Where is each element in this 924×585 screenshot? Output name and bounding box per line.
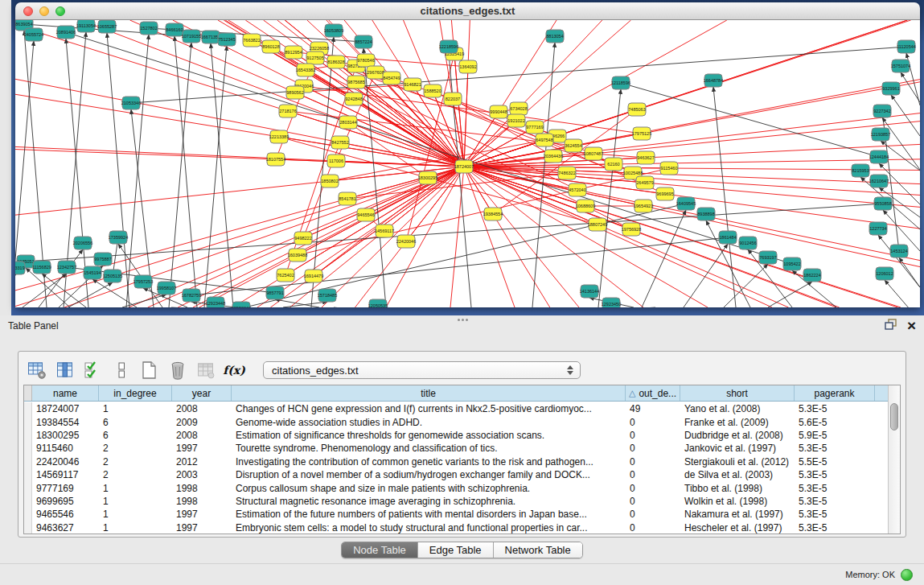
row-selector-cell[interactable] — [24, 521, 32, 534]
tab-network-table[interactable]: Network Table — [494, 542, 582, 558]
table-row[interactable]: 946362711997Embryonic stem cells: a mode… — [24, 521, 888, 534]
column-header-year[interactable]: year — [172, 385, 232, 401]
select-all-button[interactable] — [83, 360, 104, 381]
float-window-icon[interactable] — [885, 319, 897, 333]
node-table: namein_degreeyeartitle△out_de...shortpag… — [23, 385, 901, 534]
graph-edge[interactable] — [891, 95, 920, 136]
network-canvas[interactable]: 1872400776638228960128891295423226058912… — [15, 20, 920, 307]
tab-edge-table[interactable]: Edge Table — [418, 542, 494, 558]
graph-edge[interactable] — [464, 112, 499, 167]
graph-edge[interactable] — [449, 53, 471, 307]
graph-edge[interactable] — [348, 122, 464, 167]
graph-edge[interactable] — [885, 280, 920, 307]
graph-edge[interactable] — [684, 244, 728, 307]
graph-node-label: 1545194 — [84, 270, 101, 275]
column-header-name[interactable]: name — [32, 385, 99, 401]
row-selector-cell[interactable] — [24, 429, 32, 442]
graph-edge[interactable] — [283, 302, 327, 307]
rows-button[interactable] — [111, 360, 132, 381]
graph-edge[interactable] — [464, 67, 468, 167]
graph-edge[interactable] — [304, 86, 464, 167]
zoom-window-button[interactable] — [55, 6, 65, 16]
column-header-short[interactable]: short — [680, 385, 795, 401]
row-selector-cell[interactable] — [24, 455, 32, 468]
delete-table-button[interactable] — [167, 360, 188, 381]
column-header-in_degree[interactable]: in_degree — [99, 385, 172, 401]
graph-edge[interactable] — [901, 72, 920, 102]
graph-edge[interactable] — [204, 46, 227, 307]
column-header-title[interactable]: title — [232, 385, 626, 401]
window-controls — [23, 6, 65, 16]
cell-out_degree: 0 — [626, 417, 680, 428]
graph-edge[interactable] — [211, 43, 233, 307]
graph-edge[interactable] — [15, 274, 16, 307]
table-row[interactable]: 2242004622012Investigating the contribut… — [24, 455, 888, 468]
graph-edge[interactable] — [464, 121, 516, 167]
graph-node-label: 12342757 — [57, 265, 76, 270]
table-row[interactable]: 1830029562008Estimation of significance … — [24, 429, 888, 442]
close-window-button[interactable] — [23, 6, 33, 16]
create-table-button[interactable] — [139, 360, 160, 381]
row-selector-cell[interactable] — [24, 468, 32, 481]
cell-short: Nakamura et al. (1997) — [680, 509, 795, 520]
panel-resize-handle[interactable] — [457, 317, 468, 323]
column-header-out_degree[interactable]: △out_de... — [626, 385, 680, 401]
tab-node-table[interactable]: Node Table — [342, 542, 418, 558]
table-row[interactable]: 911546021997Tourette syndrome. Phenomeno… — [24, 442, 888, 455]
graph-edge[interactable] — [899, 257, 920, 287]
table-row[interactable]: 946554611997Estimation of the future num… — [24, 508, 888, 521]
graph-edge[interactable] — [882, 117, 920, 170]
memory-status-indicator[interactable] — [901, 569, 913, 581]
column-header-rowselect[interactable] — [24, 385, 32, 401]
table-row[interactable]: 969969511998Structural magnetic resonanc… — [24, 495, 888, 508]
cell-year: 1997 — [172, 522, 232, 534]
graph-edge[interactable] — [68, 282, 113, 307]
table-row[interactable]: 1456911722003Disruption of a novel membe… — [24, 468, 888, 481]
import-table-button[interactable] — [195, 360, 216, 381]
graph-edge[interactable] — [169, 43, 191, 307]
scrollbar-thumb[interactable] — [890, 403, 898, 431]
row-selector-cell[interactable] — [24, 415, 32, 428]
row-selector-cell[interactable] — [24, 481, 32, 494]
graph-node-label: 19756928 — [622, 227, 641, 232]
cell-title: Changes of HCN gene expression and I(f) … — [232, 403, 626, 414]
graph-edge[interactable] — [257, 167, 464, 307]
graph-edge[interactable] — [26, 204, 883, 262]
graph-edge[interactable] — [126, 35, 149, 307]
table-selector[interactable]: citations_edges.txt — [263, 361, 581, 379]
graph-edge[interactable] — [131, 47, 906, 103]
graph-edge[interactable] — [347, 173, 567, 199]
table-row[interactable]: 1872400712008Changes of HCN gene express… — [24, 402, 888, 415]
table-row[interactable]: 1938455462009Genome-wide association stu… — [24, 415, 888, 428]
edit-columns-button[interactable] — [55, 360, 76, 381]
graph-edge[interactable] — [107, 33, 129, 307]
cell-name: 22420046 — [32, 456, 99, 468]
graph-node-label: 8938898 — [697, 212, 714, 216]
graph-node-label: 2967608 — [367, 70, 384, 75]
graph-edge[interactable] — [621, 83, 879, 157]
network-canvas-svg[interactable]: 1872400776638228960128891295423226058912… — [15, 20, 920, 307]
graph-edge[interactable] — [175, 36, 197, 307]
graph-edge[interactable] — [642, 210, 686, 307]
close-panel-icon[interactable]: × — [907, 319, 916, 332]
graph-edge[interactable] — [464, 167, 901, 307]
row-selector-cell[interactable] — [24, 495, 32, 508]
vertical-scrollbar[interactable] — [888, 385, 900, 534]
graph-edge[interactable] — [92, 279, 137, 307]
graph-edge[interactable] — [724, 264, 768, 307]
minimize-window-button[interactable] — [39, 6, 49, 16]
graph-edge[interactable] — [713, 87, 736, 307]
table-settings-button[interactable] — [27, 360, 47, 381]
cell-year: 2012 — [172, 456, 232, 468]
network-window-titlebar[interactable]: citations_edges.txt — [15, 2, 920, 20]
graph-edge[interactable] — [354, 99, 464, 167]
column-header-pagerank[interactable]: pagerank — [795, 385, 875, 401]
row-selector-cell[interactable] — [24, 442, 32, 455]
function-builder-button[interactable]: f(x) — [224, 360, 244, 381]
graph-node-label: 11156829 — [32, 265, 51, 270]
row-selector-cell[interactable] — [24, 508, 32, 521]
row-selector-cell[interactable] — [24, 402, 32, 415]
create-table-icon — [140, 360, 159, 380]
graph-node-label: 9146821 — [404, 82, 421, 87]
table-row[interactable]: 977716911998Corpus callosum shape and si… — [24, 481, 888, 494]
